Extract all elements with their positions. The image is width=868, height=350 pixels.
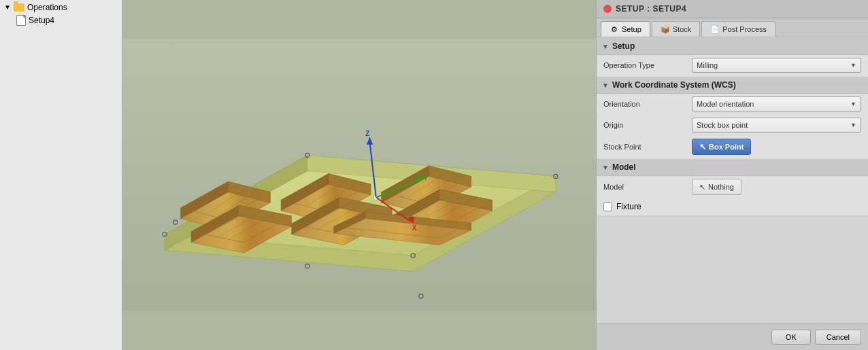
svg-text:X: X — [412, 224, 417, 232]
operation-type-label: Operation Type — [603, 61, 692, 69]
setup-section-title: Setup — [612, 41, 635, 51]
tree-root-operations[interactable]: ▼ Operations — [0, 1, 122, 14]
model-section-title: Model — [612, 162, 636, 172]
operation-type-control[interactable]: Milling ▼ — [692, 58, 861, 73]
model-label: Model — [603, 183, 692, 191]
tab-setup-label: Setup — [622, 25, 641, 33]
tab-stock[interactable]: 📦 Stock — [652, 21, 701, 37]
setup-tab-icon: ⚙ — [610, 24, 619, 34]
tree-child-setup4[interactable]: Setup4 — [0, 14, 122, 27]
fixture-row: Fixture — [597, 198, 868, 215]
orientation-label: Orientation — [603, 100, 692, 108]
dialog-title: SETUP : SETUP4 — [616, 4, 686, 14]
operation-type-value: Milling — [697, 61, 718, 69]
tree-child-label: Setup4 — [29, 16, 54, 25]
origin-value: Stock box point — [697, 121, 748, 129]
model-value: Nothing — [708, 183, 734, 191]
fixture-checkbox[interactable] — [603, 203, 612, 211]
tree-panel: ▼ Operations Setup4 — [0, 0, 122, 350]
model-cursor-icon: ↖ — [699, 183, 705, 192]
stock-point-label: Stock Point — [603, 143, 692, 151]
tab-post-process[interactable]: 📄 Post Process — [701, 21, 775, 37]
setup-section-header[interactable]: ▼ Setup — [597, 37, 868, 55]
cursor-icon: ↖ — [699, 142, 706, 152]
box-point-button[interactable]: ↖ Box Point — [692, 139, 751, 155]
right-panel: SETUP : SETUP4 ⚙ Setup 📦 Stock 📄 Post Pr… — [596, 0, 868, 350]
wcs-section-title: Work Coordinate System (WCS) — [612, 80, 736, 90]
nothing-button[interactable]: ↖ Nothing — [692, 179, 741, 195]
svg-text:Y: Y — [424, 175, 429, 182]
cancel-button[interactable]: Cancel — [815, 330, 861, 345]
page-icon — [16, 15, 26, 26]
orientation-control[interactable]: Model orientation ▼ — [692, 97, 861, 111]
operation-type-arrow-icon: ▼ — [850, 62, 856, 69]
operation-type-row: Operation Type Milling ▼ — [597, 55, 868, 76]
operation-type-select[interactable]: Milling ▼ — [692, 58, 861, 73]
stock-tab-icon: 📦 — [661, 24, 670, 34]
orientation-arrow-icon: ▼ — [850, 101, 856, 107]
stock-point-row: Stock Point ↖ Box Point — [597, 136, 868, 158]
model-control: ↖ Nothing — [692, 179, 861, 195]
title-bar: SETUP : SETUP4 — [597, 0, 868, 18]
model-section-header[interactable]: ▼ Model — [597, 158, 868, 176]
origin-label: Origin — [603, 121, 692, 129]
tab-bar: ⚙ Setup 📦 Stock 📄 Post Process — [597, 18, 868, 37]
origin-row: Origin Stock box point ▼ — [597, 115, 868, 136]
orientation-value: Model orientation — [697, 100, 754, 108]
viewport: Z Y X — [122, 0, 596, 350]
ok-button[interactable]: OK — [771, 330, 811, 345]
fixture-label: Fixture — [616, 202, 641, 211]
origin-select[interactable]: Stock box point ▼ — [692, 118, 861, 133]
post-tab-icon: 📄 — [710, 24, 720, 34]
origin-arrow-icon: ▼ — [850, 122, 856, 128]
bottom-bar: OK Cancel — [597, 323, 868, 350]
model-row: Model ↖ Nothing — [597, 176, 868, 198]
stock-point-control: ↖ Box Point — [692, 139, 861, 155]
wcs-section-arrow: ▼ — [602, 82, 609, 89]
orientation-select[interactable]: Model orientation ▼ — [692, 97, 861, 111]
tree-root-label: Operations — [27, 3, 67, 12]
orientation-row: Orientation Model orientation ▼ — [597, 94, 868, 115]
title-dot — [603, 5, 612, 13]
tree-arrow-icon: ▼ — [4, 3, 12, 12]
wcs-section-header[interactable]: ▼ Work Coordinate System (WCS) — [597, 76, 868, 94]
model-section-arrow: ▼ — [602, 164, 609, 171]
setup-section-arrow: ▼ — [602, 43, 609, 50]
tab-setup[interactable]: ⚙ Setup — [601, 21, 650, 37]
panel-content: ▼ Setup Operation Type Milling ▼ ▼ Work … — [597, 37, 868, 323]
origin-control[interactable]: Stock box point ▼ — [692, 118, 861, 133]
svg-text:Z: Z — [365, 130, 369, 137]
folder-icon — [14, 3, 24, 12]
scene-svg: Z Y X — [122, 0, 596, 350]
tab-stock-label: Stock — [673, 25, 692, 33]
tab-post-label: Post Process — [722, 25, 767, 33]
box-point-label: Box Point — [709, 143, 744, 151]
